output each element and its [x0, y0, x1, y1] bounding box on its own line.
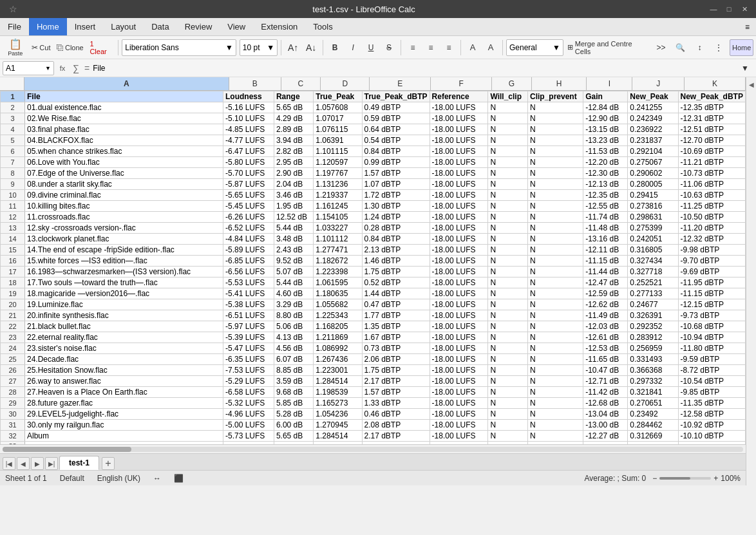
- cut-button[interactable]: ✂ Cut: [30, 39, 53, 56]
- menu-tools[interactable]: Tools: [305, 18, 340, 35]
- cell[interactable]: 26.way to answer.flac: [25, 376, 223, 387]
- cell[interactable]: -6.26 LUFS: [223, 212, 274, 223]
- col-header-I[interactable]: I: [587, 77, 632, 90]
- cell[interactable]: N: [527, 223, 583, 234]
- cell[interactable]: 0.327434: [628, 256, 678, 267]
- row-number[interactable]: 24: [1, 343, 25, 354]
- cell[interactable]: -11.48 dB: [583, 223, 628, 234]
- cell[interactable]: 0.84 dBTP: [362, 234, 430, 245]
- row-number[interactable]: 1: [1, 91, 25, 102]
- cell[interactable]: -11.15 dB: [583, 256, 628, 267]
- formula-input[interactable]: [93, 61, 735, 75]
- cell[interactable]: 1.270945: [314, 420, 362, 431]
- row-number[interactable]: 26: [1, 365, 25, 376]
- cell[interactable]: 24.Decade.flac: [25, 354, 223, 365]
- cell[interactable]: N: [488, 190, 528, 201]
- cell[interactable]: 1.267436: [314, 354, 362, 365]
- cell[interactable]: -4.77 LUFS: [223, 135, 274, 146]
- cell[interactable]: -18.00 LUFS: [430, 102, 488, 113]
- row-number[interactable]: 4: [1, 124, 25, 135]
- cell[interactable]: -9.98 dBTP: [678, 245, 745, 256]
- row-number[interactable]: 12: [1, 212, 25, 223]
- cell[interactable]: -10.92 dBTP: [678, 420, 745, 431]
- font-color-button[interactable]: A: [482, 39, 499, 56]
- cell[interactable]: N: [527, 124, 583, 135]
- cell[interactable]: 0.84 dBTP: [362, 146, 430, 157]
- cell[interactable]: -5.45 LUFS: [223, 201, 274, 212]
- cell[interactable]: -5.00 LUFS: [223, 420, 274, 431]
- cell[interactable]: -18.00 LUFS: [430, 420, 488, 431]
- cell[interactable]: 0.242051: [628, 234, 678, 245]
- cell[interactable]: N: [527, 201, 583, 212]
- cell[interactable]: 5.65 dB: [274, 431, 313, 442]
- menu-file[interactable]: File: [0, 18, 29, 35]
- cell[interactable]: -4.96 LUFS: [223, 409, 274, 420]
- cell[interactable]: -9.69 dBTP: [678, 267, 745, 277]
- cell[interactable]: N: [488, 135, 528, 146]
- cell[interactable]: 12.sky -crossroads version-.flac: [25, 223, 223, 234]
- cell[interactable]: N: [527, 102, 583, 113]
- cell[interactable]: 6.07 dB: [274, 354, 313, 365]
- cell[interactable]: 2.17 dBTP: [362, 376, 430, 387]
- cell[interactable]: N: [488, 420, 528, 431]
- cell[interactable]: -12.70 dBTP: [678, 135, 745, 146]
- cell[interactable]: 0.256959: [628, 343, 678, 354]
- cell[interactable]: 1.101115: [314, 146, 362, 157]
- cell[interactable]: -12.55 dB: [583, 201, 628, 212]
- cell[interactable]: N: [527, 157, 583, 168]
- zoom-slider[interactable]: [659, 477, 711, 480]
- cell[interactable]: -12.53 dB: [583, 343, 628, 354]
- cell[interactable]: 25.Hesitation Snow.flac: [25, 365, 223, 376]
- cell[interactable]: 1.284514: [314, 431, 362, 442]
- cell[interactable]: True_Peak_dBTP: [362, 91, 430, 102]
- cell[interactable]: -13.04 dB: [583, 409, 628, 420]
- cell[interactable]: N: [527, 113, 583, 124]
- cell[interactable]: N: [527, 190, 583, 201]
- menu-review[interactable]: Review: [177, 18, 220, 35]
- cell[interactable]: -12.51 dBTP: [678, 124, 745, 135]
- cell[interactable]: 5.44 dB: [274, 277, 313, 288]
- cell[interactable]: 1.154105: [314, 212, 362, 223]
- cell[interactable]: 1.35 dBTP: [362, 321, 430, 332]
- cell[interactable]: 0.277133: [628, 288, 678, 299]
- row-number[interactable]: 32: [1, 431, 25, 442]
- cell[interactable]: N: [527, 245, 583, 256]
- cell[interactable]: -10.69 dBTP: [678, 146, 745, 157]
- cell[interactable]: -9.73 dBTP: [678, 310, 745, 321]
- col-header-F[interactable]: F: [431, 77, 492, 90]
- cell[interactable]: N: [527, 299, 583, 310]
- cell[interactable]: N: [488, 179, 528, 190]
- cell[interactable]: 5.28 dB: [274, 409, 313, 420]
- cell[interactable]: 0.273816: [628, 201, 678, 212]
- cell[interactable]: -11.25 dBTP: [678, 201, 745, 212]
- cell[interactable]: 8.80 dB: [274, 310, 313, 321]
- font-size-selector[interactable]: 10 pt ▼: [240, 39, 278, 56]
- row-number[interactable]: 18: [1, 277, 25, 288]
- cell[interactable]: -10.50 dBTP: [678, 212, 745, 223]
- row-number[interactable]: 10: [1, 190, 25, 201]
- sheet-tab-test1[interactable]: test-1: [59, 456, 99, 470]
- cell[interactable]: -10.94 dBTP: [678, 332, 745, 343]
- cell[interactable]: Gain: [583, 91, 628, 102]
- cell[interactable]: N: [488, 354, 528, 365]
- cell[interactable]: 2.13 dBTP: [362, 245, 430, 256]
- cell[interactable]: N: [488, 299, 528, 310]
- cell[interactable]: -18.00 LUFS: [430, 256, 488, 267]
- sheet-tab-next[interactable]: ▶: [31, 457, 44, 470]
- cell[interactable]: -11.15 dBTP: [678, 288, 745, 299]
- menu-layout[interactable]: Layout: [103, 18, 144, 35]
- cell[interactable]: 0.49 dBTP: [362, 102, 430, 113]
- cell[interactable]: Loudness: [223, 91, 274, 102]
- cell[interactable]: N: [488, 113, 528, 124]
- cell[interactable]: -18.00 LUFS: [430, 146, 488, 157]
- cell[interactable]: -12.61 dB: [583, 332, 628, 343]
- cell[interactable]: -12.20 dB: [583, 157, 628, 168]
- cell[interactable]: 10.killing bites.flac: [25, 201, 223, 212]
- cell[interactable]: N: [488, 387, 528, 398]
- cell[interactable]: 1.198539: [314, 387, 362, 398]
- cell[interactable]: -10.47 dB: [583, 365, 628, 376]
- sheet-tab-first[interactable]: |◀: [3, 457, 15, 470]
- cell[interactable]: -18.00 LUFS: [430, 234, 488, 245]
- cell[interactable]: 1.180635: [314, 288, 362, 299]
- font-grow-button[interactable]: A↑: [285, 39, 301, 56]
